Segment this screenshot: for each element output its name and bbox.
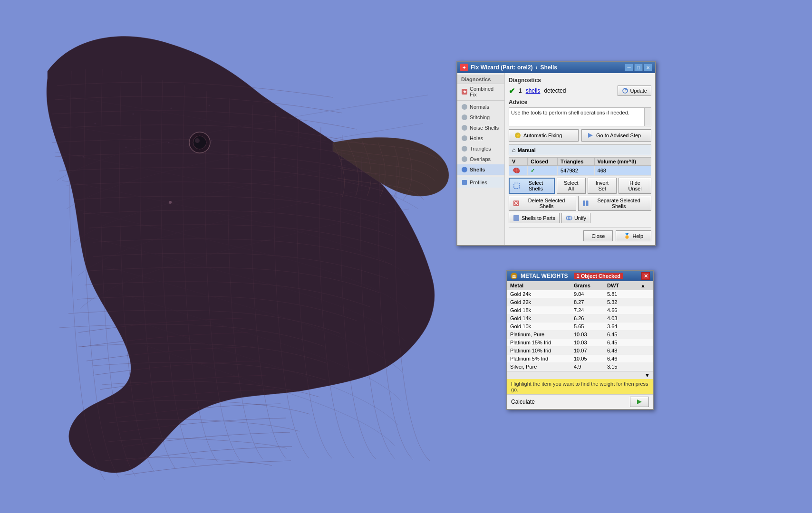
svg-point-14 xyxy=(169,201,172,204)
detected-text: detected xyxy=(544,87,566,94)
diagnostics-check-icon: ✔ xyxy=(509,86,515,95)
close-window-button[interactable]: ✕ xyxy=(644,64,652,71)
svg-point-21 xyxy=(462,146,467,152)
go-to-step-button[interactable]: Go to Advised Step xyxy=(581,129,651,142)
close-button[interactable]: Close xyxy=(583,230,613,241)
sidebar-item-noise-shells[interactable]: Noise Shells xyxy=(457,123,504,133)
sidebar-item-overlaps[interactable]: Overlaps xyxy=(457,154,504,164)
svg-point-18 xyxy=(462,114,467,120)
list-item[interactable]: Platinum 5% Irid 10.05 6.46 xyxy=(507,355,653,363)
auto-fix-row: ⚡ Automatic Fixing Go to Advised Step xyxy=(509,129,651,142)
triangles-icon xyxy=(461,145,468,152)
unify-button[interactable]: Unify xyxy=(561,213,590,223)
metal-grams: 8.27 xyxy=(574,299,607,305)
bottom-row: Close 🏅 Help xyxy=(509,227,651,241)
table-row[interactable]: ✓ 547982 468 xyxy=(509,166,651,176)
unify-icon xyxy=(566,215,572,221)
list-item[interactable]: Gold 24k 9.04 5.81 xyxy=(507,290,653,298)
combined-fix-label: Combined Fix xyxy=(470,86,501,97)
invert-sel-button[interactable]: Invert Sel xyxy=(588,178,617,194)
svg-point-19 xyxy=(462,125,467,131)
sidebar-item-normals[interactable]: Normals xyxy=(457,102,504,112)
svg-point-3 xyxy=(195,138,200,143)
advice-scrollbar[interactable] xyxy=(644,108,651,126)
shells-icon xyxy=(461,166,468,173)
metal-name: Gold 24k xyxy=(510,291,574,297)
sidebar-item-stitching[interactable]: Stitching xyxy=(457,112,504,123)
metal-weights-close-button[interactable]: ✕ xyxy=(641,272,650,280)
help-button[interactable]: 🏅 Help xyxy=(616,230,651,241)
list-item[interactable]: Gold 18k 7.24 4.66 xyxy=(507,306,653,314)
select-shells-icon xyxy=(513,182,520,189)
scroll-up-btn[interactable]: ▲ xyxy=(640,283,650,288)
metal-grams: 6.26 xyxy=(574,315,607,321)
help-star-icon: 🏅 xyxy=(624,233,630,239)
svg-point-23 xyxy=(462,167,467,172)
svg-rect-24 xyxy=(462,180,467,185)
svg-point-2 xyxy=(193,136,206,149)
normals-icon xyxy=(461,104,468,110)
maximize-button[interactable]: □ xyxy=(634,64,643,71)
metal-name: Platinum, Pure xyxy=(510,332,574,337)
shells-to-parts-icon xyxy=(513,215,520,221)
metal-name: Platinum 10% Irid xyxy=(510,348,574,353)
sidebar-item-holes[interactable]: Holes xyxy=(457,133,504,143)
metal-name: Silver, Pure xyxy=(510,364,574,370)
separate-selected-button[interactable]: Separate Selected Shells xyxy=(578,196,651,211)
select-shells-button[interactable]: Select Shells xyxy=(509,178,555,194)
sidebar-item-triangles[interactable]: Triangles xyxy=(457,143,504,154)
metal-name: Platinum 15% Irid xyxy=(510,340,574,345)
minimize-button[interactable]: ─ xyxy=(625,64,633,71)
list-item[interactable]: Gold 22k 8.27 5.32 xyxy=(507,298,653,306)
metal-name: Gold 10k xyxy=(510,323,574,329)
metal-grams: 10.03 xyxy=(574,340,607,345)
metal-grams: 5.65 xyxy=(574,323,607,329)
scroll-down-btn[interactable]: ▼ xyxy=(645,372,650,378)
automatic-fixing-button[interactable]: ⚡ Automatic Fixing xyxy=(509,129,579,142)
list-item[interactable]: Gold 10k 5.65 3.64 xyxy=(507,323,653,331)
stitching-icon xyxy=(461,114,468,121)
svg-text:★: ★ xyxy=(463,90,467,94)
list-item[interactable]: Silver, Pure 4.9 3.15 xyxy=(507,363,653,371)
fix-wizard-content: Diagnostics ✔ 1 shells detected Update A… xyxy=(505,73,655,245)
profiles-icon xyxy=(461,179,468,186)
diagnostics-section-title: Diagnostics xyxy=(509,77,651,84)
col-grams-header: Grams xyxy=(574,283,607,288)
svg-marker-42 xyxy=(637,399,642,404)
delete-selected-button[interactable]: Delete Selected Shells xyxy=(509,196,576,211)
metal-name: Gold 22k xyxy=(510,299,574,305)
svg-point-12 xyxy=(254,141,255,142)
shells-label: Shells xyxy=(470,167,485,172)
triangles-label: Triangles xyxy=(470,146,491,152)
list-item[interactable]: Platinum, Pure 10.03 6.45 xyxy=(507,331,653,339)
svg-rect-36 xyxy=(586,200,589,206)
update-button[interactable]: Update xyxy=(618,86,651,96)
3d-viewport[interactable] xyxy=(0,0,456,513)
metal-weights-table-scroll[interactable]: Gold 24k 9.04 5.81 Gold 22k 8.27 5.32 Go… xyxy=(507,290,653,371)
metal-dwt: 6.45 xyxy=(607,332,640,337)
shells-detected-link[interactable]: shells xyxy=(526,87,541,94)
normals-label: Normals xyxy=(470,104,489,110)
list-item[interactable]: Platinum 10% Irid 10.07 6.48 xyxy=(507,347,653,355)
svg-text:⚡: ⚡ xyxy=(515,133,521,139)
svg-point-9 xyxy=(126,147,127,148)
row-volume: 468 xyxy=(594,166,651,176)
metal-dwt: 4.66 xyxy=(607,307,640,313)
fix-wizard-separator: › xyxy=(536,64,538,71)
col-closed: Closed xyxy=(528,158,558,166)
hide-unsel-button[interactable]: Hide Unsel xyxy=(619,178,651,194)
metal-weights-title: METAL WEIGHTS xyxy=(521,273,568,279)
list-item[interactable]: Gold 14k 6.26 4.03 xyxy=(507,314,653,323)
row-v-icon xyxy=(509,166,528,176)
row-triangles: 547982 xyxy=(558,166,595,176)
shells-to-parts-button[interactable]: Shells to Parts xyxy=(509,213,560,223)
svg-point-5 xyxy=(133,114,134,115)
sidebar-item-profiles[interactable]: Profiles xyxy=(457,177,504,188)
calculate-button[interactable] xyxy=(630,397,649,407)
sidebar-item-shells[interactable]: Shells xyxy=(457,164,504,175)
update-icon xyxy=(622,87,628,94)
sidebar-item-combined-fix[interactable]: ★ Combined Fix xyxy=(457,84,504,99)
list-item[interactable]: Platinum 15% Irid 10.03 6.45 xyxy=(507,339,653,347)
select-all-button[interactable]: Select All xyxy=(557,178,586,194)
fix-wizard-titlebar: ✦ Fix Wizard (Part: orel2) › Shells ─ □ … xyxy=(457,62,655,73)
